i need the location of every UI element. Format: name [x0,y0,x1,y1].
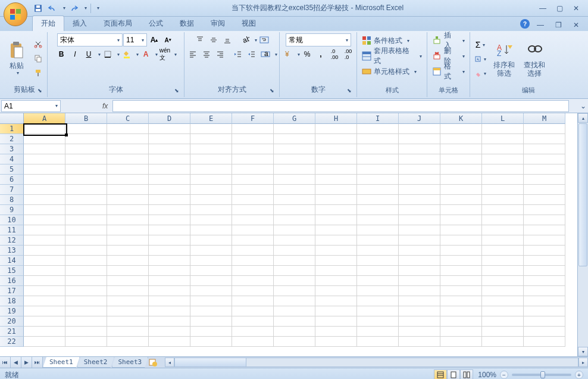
cell[interactable] [440,124,482,134]
row-header[interactable]: 11 [0,225,24,235]
row-header[interactable]: 20 [0,316,24,327]
cell[interactable] [482,246,524,256]
accounting-format-button[interactable]: ¥ [282,48,295,61]
cell[interactable] [65,246,107,256]
cell[interactable] [440,154,482,164]
cell[interactable] [315,144,357,154]
comma-button[interactable]: , [314,48,327,61]
cell[interactable] [315,205,357,215]
cell[interactable] [232,185,274,195]
row-header[interactable]: 4 [0,154,24,164]
cell[interactable] [357,134,399,144]
decrease-decimal-button[interactable]: .00.0 [342,48,355,61]
cell[interactable] [357,154,399,164]
cell[interactable] [482,225,524,235]
cell[interactable] [65,124,107,134]
cell[interactable] [65,286,107,296]
cell[interactable] [232,286,274,296]
align-center-button[interactable] [200,48,213,61]
cell[interactable] [440,316,482,327]
cell[interactable] [399,185,440,195]
cell[interactable] [482,276,524,286]
row-header[interactable]: 14 [0,256,24,266]
row-header[interactable]: 19 [0,306,24,316]
cell[interactable] [65,327,107,337]
cell[interactable] [65,185,107,195]
cell[interactable] [482,306,524,316]
cell[interactable] [149,337,190,347]
sort-filter-button[interactable]: AZ 排序和 筛选 [490,35,518,83]
cell[interactable] [399,134,440,144]
autosum-button[interactable]: Σ▾ [473,38,488,51]
cell[interactable] [274,246,315,256]
cell[interactable] [440,195,482,205]
cell[interactable] [65,134,107,144]
row-header[interactable]: 10 [0,215,24,225]
cell[interactable] [24,306,65,316]
cell[interactable] [524,225,565,235]
cell[interactable] [232,144,274,154]
align-left-button[interactable] [186,48,199,61]
cell[interactable] [65,205,107,215]
cell[interactable] [24,225,65,235]
cell[interactable] [24,337,65,347]
cell[interactable] [274,215,315,225]
cell[interactable] [315,175,357,185]
cell[interactable] [65,195,107,205]
cell[interactable] [190,306,232,316]
cell[interactable] [149,124,190,134]
align-top-button[interactable] [193,33,207,46]
percent-button[interactable]: % [301,48,314,61]
cell[interactable] [190,205,232,215]
cell[interactable] [274,327,315,337]
cell[interactable] [232,316,274,327]
cell[interactable] [315,215,357,225]
fx-button[interactable]: fx [98,102,112,110]
tab-formulas[interactable]: 公式 [140,16,171,31]
cell[interactable] [232,164,274,175]
cell[interactable] [482,195,524,205]
increase-font-button[interactable]: A▴ [148,33,161,46]
cell[interactable] [190,134,232,144]
cell[interactable] [440,337,482,347]
name-box[interactable]: A1▾ [1,100,61,112]
cell[interactable] [65,306,107,316]
expand-clipboard-icon[interactable]: ⬊ [36,88,43,95]
font-color-button[interactable]: A [139,48,152,61]
cell[interactable] [482,205,524,215]
cell[interactable] [232,195,274,205]
cell[interactable] [357,256,399,266]
cell[interactable] [65,235,107,246]
cut-button[interactable] [32,38,45,51]
cell[interactable] [524,306,565,316]
zoom-slider-thumb[interactable] [540,371,545,378]
phonetic-button[interactable]: wén文 [158,48,171,61]
increase-decimal-button[interactable]: .0.00 [328,48,341,61]
cell[interactable] [440,246,482,256]
minimize-button[interactable]: — [536,2,550,14]
cell[interactable] [24,195,65,205]
sheet-nav-last[interactable]: ⏭ [32,357,43,368]
cell[interactable] [274,286,315,296]
cell[interactable] [107,327,149,337]
format-cells-button[interactable]: 格式▾ [430,64,467,79]
cell[interactable] [399,266,440,276]
cell[interactable] [107,195,149,205]
cell[interactable] [399,164,440,175]
cell[interactable] [399,235,440,246]
cell[interactable] [399,215,440,225]
cell[interactable] [65,175,107,185]
cell[interactable] [440,235,482,246]
cell[interactable] [399,246,440,256]
cell[interactable] [357,205,399,215]
cell[interactable] [357,276,399,286]
cell[interactable] [524,124,565,134]
cell[interactable] [482,337,524,347]
row-header[interactable]: 8 [0,195,24,205]
cell[interactable] [482,235,524,246]
cell[interactable] [65,164,107,175]
cell[interactable] [524,337,565,347]
cell[interactable] [65,337,107,347]
col-header[interactable]: B [65,113,107,124]
row-header[interactable]: 22 [0,337,24,347]
